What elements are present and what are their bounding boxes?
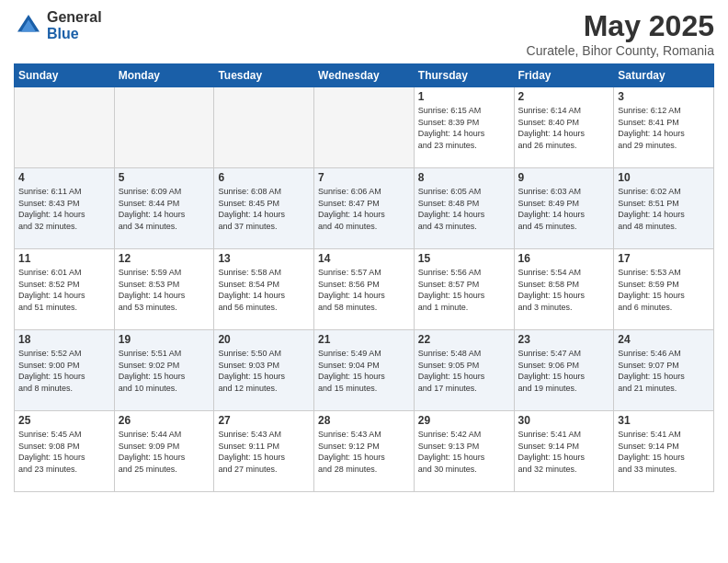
calendar-cell: 13Sunrise: 5:58 AM Sunset: 8:54 PM Dayli… bbox=[214, 249, 314, 330]
day-info: Sunrise: 5:56 AM Sunset: 8:57 PM Dayligh… bbox=[418, 267, 510, 313]
day-info: Sunrise: 6:09 AM Sunset: 8:44 PM Dayligh… bbox=[119, 186, 210, 232]
calendar-cell: 20Sunrise: 5:50 AM Sunset: 9:03 PM Dayli… bbox=[214, 330, 314, 411]
title-block: May 2025 Curatele, Bihor County, Romania bbox=[527, 9, 714, 58]
calendar-cell: 2Sunrise: 6:14 AM Sunset: 8:40 PM Daylig… bbox=[514, 87, 614, 168]
day-info: Sunrise: 5:42 AM Sunset: 9:13 PM Dayligh… bbox=[418, 429, 510, 475]
calendar-cell: 11Sunrise: 6:01 AM Sunset: 8:52 PM Dayli… bbox=[15, 249, 115, 330]
day-number: 29 bbox=[418, 414, 510, 427]
week-row-3: 11Sunrise: 6:01 AM Sunset: 8:52 PM Dayli… bbox=[15, 249, 714, 330]
day-info: Sunrise: 6:08 AM Sunset: 8:45 PM Dayligh… bbox=[218, 186, 310, 232]
logo-general: General bbox=[47, 9, 102, 26]
week-row-2: 4Sunrise: 6:11 AM Sunset: 8:43 PM Daylig… bbox=[15, 168, 714, 249]
day-info: Sunrise: 6:14 AM Sunset: 8:40 PM Dayligh… bbox=[518, 105, 610, 151]
calendar-cell: 4Sunrise: 6:11 AM Sunset: 8:43 PM Daylig… bbox=[15, 168, 115, 249]
logo: General Blue bbox=[14, 9, 102, 41]
day-info: Sunrise: 5:48 AM Sunset: 9:05 PM Dayligh… bbox=[418, 348, 510, 394]
day-number: 13 bbox=[218, 252, 310, 265]
day-number: 3 bbox=[618, 90, 710, 103]
calendar-cell: 18Sunrise: 5:52 AM Sunset: 9:00 PM Dayli… bbox=[15, 330, 115, 411]
day-info: Sunrise: 6:03 AM Sunset: 8:49 PM Dayligh… bbox=[518, 186, 610, 232]
calendar-cell: 10Sunrise: 6:02 AM Sunset: 8:51 PM Dayli… bbox=[614, 168, 714, 249]
calendar-cell: 3Sunrise: 6:12 AM Sunset: 8:41 PM Daylig… bbox=[614, 87, 714, 168]
day-number: 15 bbox=[418, 252, 510, 265]
day-info: Sunrise: 5:52 AM Sunset: 9:00 PM Dayligh… bbox=[18, 348, 110, 394]
day-number: 4 bbox=[18, 171, 110, 184]
day-number: 21 bbox=[318, 333, 410, 346]
day-info: Sunrise: 5:51 AM Sunset: 9:02 PM Dayligh… bbox=[119, 348, 210, 394]
calendar-cell: 7Sunrise: 6:06 AM Sunset: 8:47 PM Daylig… bbox=[314, 168, 415, 249]
day-number: 11 bbox=[18, 252, 110, 265]
day-info: Sunrise: 6:15 AM Sunset: 8:39 PM Dayligh… bbox=[418, 105, 510, 151]
calendar-cell: 6Sunrise: 6:08 AM Sunset: 8:45 PM Daylig… bbox=[214, 168, 314, 249]
day-header-tuesday: Tuesday bbox=[214, 64, 314, 87]
calendar-cell: 28Sunrise: 5:43 AM Sunset: 9:12 PM Dayli… bbox=[314, 411, 415, 492]
calendar-cell: 25Sunrise: 5:45 AM Sunset: 9:08 PM Dayli… bbox=[15, 411, 115, 492]
day-number: 26 bbox=[119, 414, 210, 427]
day-info: Sunrise: 5:41 AM Sunset: 9:14 PM Dayligh… bbox=[618, 429, 710, 475]
day-number: 14 bbox=[318, 252, 410, 265]
calendar-cell: 24Sunrise: 5:46 AM Sunset: 9:07 PM Dayli… bbox=[614, 330, 714, 411]
day-number: 10 bbox=[618, 171, 710, 184]
day-header-saturday: Saturday bbox=[614, 64, 714, 87]
day-info: Sunrise: 6:05 AM Sunset: 8:48 PM Dayligh… bbox=[418, 186, 510, 232]
day-info: Sunrise: 5:59 AM Sunset: 8:53 PM Dayligh… bbox=[119, 267, 210, 313]
day-info: Sunrise: 5:49 AM Sunset: 9:04 PM Dayligh… bbox=[318, 348, 410, 394]
calendar-cell: 26Sunrise: 5:44 AM Sunset: 9:09 PM Dayli… bbox=[114, 411, 214, 492]
day-number: 23 bbox=[518, 333, 610, 346]
calendar-cell: 19Sunrise: 5:51 AM Sunset: 9:02 PM Dayli… bbox=[114, 330, 214, 411]
day-info: Sunrise: 5:57 AM Sunset: 8:56 PM Dayligh… bbox=[318, 267, 410, 313]
calendar-cell: 17Sunrise: 5:53 AM Sunset: 8:59 PM Dayli… bbox=[614, 249, 714, 330]
day-number: 2 bbox=[518, 90, 610, 103]
day-info: Sunrise: 5:58 AM Sunset: 8:54 PM Dayligh… bbox=[218, 267, 310, 313]
calendar-cell: 21Sunrise: 5:49 AM Sunset: 9:04 PM Dayli… bbox=[314, 330, 415, 411]
calendar-cell: 29Sunrise: 5:42 AM Sunset: 9:13 PM Dayli… bbox=[414, 411, 514, 492]
day-number: 16 bbox=[518, 252, 610, 265]
day-info: Sunrise: 6:06 AM Sunset: 8:47 PM Dayligh… bbox=[318, 186, 410, 232]
day-number: 6 bbox=[218, 171, 310, 184]
day-number: 20 bbox=[218, 333, 310, 346]
day-number: 25 bbox=[18, 414, 110, 427]
day-number: 17 bbox=[618, 252, 710, 265]
calendar-cell: 1Sunrise: 6:15 AM Sunset: 8:39 PM Daylig… bbox=[414, 87, 514, 168]
calendar-cell: 27Sunrise: 5:43 AM Sunset: 9:11 PM Dayli… bbox=[214, 411, 314, 492]
day-info: Sunrise: 5:41 AM Sunset: 9:14 PM Dayligh… bbox=[518, 429, 610, 475]
day-info: Sunrise: 5:53 AM Sunset: 8:59 PM Dayligh… bbox=[618, 267, 710, 313]
day-number: 24 bbox=[618, 333, 710, 346]
day-info: Sunrise: 6:01 AM Sunset: 8:52 PM Dayligh… bbox=[18, 267, 110, 313]
calendar-cell bbox=[15, 87, 115, 168]
week-row-4: 18Sunrise: 5:52 AM Sunset: 9:00 PM Dayli… bbox=[15, 330, 714, 411]
subtitle: Curatele, Bihor County, Romania bbox=[527, 43, 714, 58]
day-header-wednesday: Wednesday bbox=[314, 64, 415, 87]
calendar-cell: 31Sunrise: 5:41 AM Sunset: 9:14 PM Dayli… bbox=[614, 411, 714, 492]
day-header-thursday: Thursday bbox=[414, 64, 514, 87]
calendar-cell: 16Sunrise: 5:54 AM Sunset: 8:58 PM Dayli… bbox=[514, 249, 614, 330]
calendar-cell bbox=[214, 87, 314, 168]
day-info: Sunrise: 6:02 AM Sunset: 8:51 PM Dayligh… bbox=[618, 186, 710, 232]
week-row-1: 1Sunrise: 6:15 AM Sunset: 8:39 PM Daylig… bbox=[15, 87, 714, 168]
day-number: 9 bbox=[518, 171, 610, 184]
day-info: Sunrise: 5:54 AM Sunset: 8:58 PM Dayligh… bbox=[518, 267, 610, 313]
day-info: Sunrise: 5:43 AM Sunset: 9:12 PM Dayligh… bbox=[318, 429, 410, 475]
day-number: 27 bbox=[218, 414, 310, 427]
day-info: Sunrise: 5:47 AM Sunset: 9:06 PM Dayligh… bbox=[518, 348, 610, 394]
calendar-cell bbox=[114, 87, 214, 168]
day-info: Sunrise: 5:50 AM Sunset: 9:03 PM Dayligh… bbox=[218, 348, 310, 394]
day-number: 7 bbox=[318, 171, 410, 184]
logo-blue: Blue bbox=[47, 26, 102, 42]
header-row: SundayMondayTuesdayWednesdayThursdayFrid… bbox=[15, 64, 714, 87]
calendar-table: SundayMondayTuesdayWednesdayThursdayFrid… bbox=[14, 63, 714, 492]
day-number: 31 bbox=[618, 414, 710, 427]
logo-icon bbox=[14, 11, 43, 40]
calendar-cell: 23Sunrise: 5:47 AM Sunset: 9:06 PM Dayli… bbox=[514, 330, 614, 411]
day-info: Sunrise: 5:43 AM Sunset: 9:11 PM Dayligh… bbox=[218, 429, 310, 475]
calendar-cell bbox=[314, 87, 415, 168]
day-header-friday: Friday bbox=[514, 64, 614, 87]
day-number: 12 bbox=[119, 252, 210, 265]
calendar-cell: 30Sunrise: 5:41 AM Sunset: 9:14 PM Dayli… bbox=[514, 411, 614, 492]
calendar-cell: 5Sunrise: 6:09 AM Sunset: 8:44 PM Daylig… bbox=[114, 168, 214, 249]
week-row-5: 25Sunrise: 5:45 AM Sunset: 9:08 PM Dayli… bbox=[15, 411, 714, 492]
main-title: May 2025 bbox=[527, 9, 714, 43]
calendar-cell: 12Sunrise: 5:59 AM Sunset: 8:53 PM Dayli… bbox=[114, 249, 214, 330]
calendar-cell: 9Sunrise: 6:03 AM Sunset: 8:49 PM Daylig… bbox=[514, 168, 614, 249]
day-info: Sunrise: 6:12 AM Sunset: 8:41 PM Dayligh… bbox=[618, 105, 710, 151]
